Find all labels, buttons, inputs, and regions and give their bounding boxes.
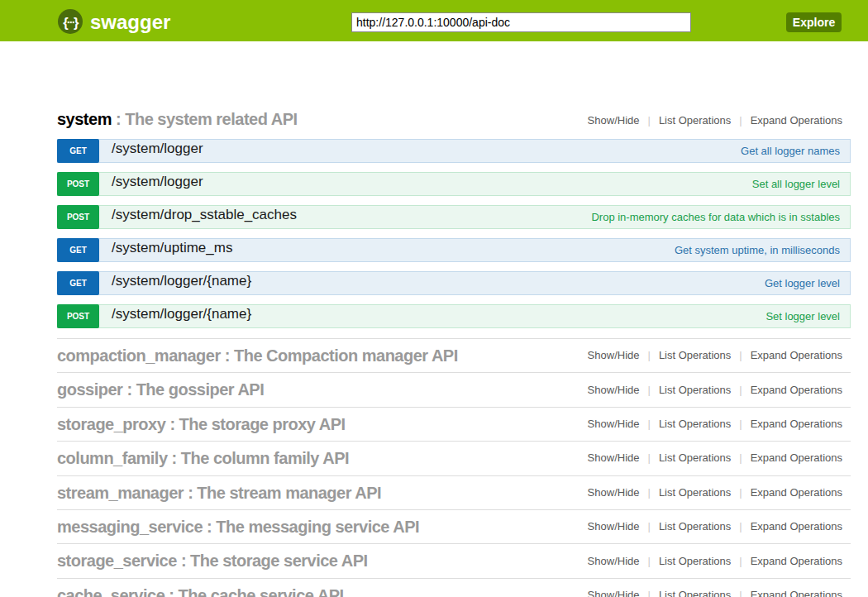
svg-text:}: }	[74, 15, 79, 30]
